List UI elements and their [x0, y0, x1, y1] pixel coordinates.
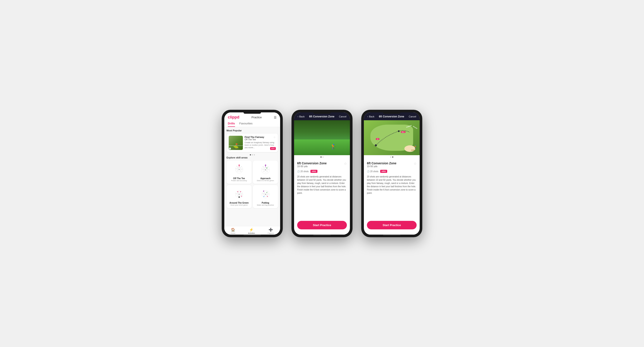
drill-description-2: 20 shots are randomly generated at dista… — [297, 175, 347, 195]
drill-range-3: 10-50 yds — [367, 165, 396, 168]
tab-favourites[interactable]: Favourites — [239, 122, 253, 127]
menu-icon[interactable]: ☰ — [274, 116, 277, 119]
dot-1 — [250, 154, 251, 155]
svg-point-22 — [266, 167, 267, 168]
home-icon: 🏠 — [231, 228, 235, 232]
favourite-icon[interactable]: ☆ — [274, 136, 276, 139]
svg-point-50 — [398, 130, 400, 132]
nav-home-label: Home — [231, 232, 235, 234]
drill-range-2: 10-50 yds — [297, 165, 326, 168]
skill-name-around-green: Around The Green — [230, 202, 249, 204]
photo-fairway — [294, 139, 350, 155]
svg-point-48 — [263, 196, 264, 197]
app-logo: clippd — [228, 115, 239, 120]
header-title: Practice — [252, 116, 262, 119]
skill-desc-putting: Make and lag practice — [257, 204, 274, 206]
svg-line-40 — [266, 191, 268, 194]
drill-badge-2: ARG — [310, 170, 318, 173]
favourite-icon-3[interactable]: ☆ — [414, 162, 416, 166]
featured-drill-card[interactable]: ⛳ Find The Fairway Off The Tee Create an… — [226, 134, 278, 152]
svg-line-28 — [239, 194, 243, 194]
skill-icon-approach — [258, 163, 273, 176]
nav-activities-label: Activities — [248, 232, 255, 234]
nav-capture[interactable]: ➕ Capture — [268, 228, 274, 234]
nav-activities[interactable]: ⚡ Activities — [248, 228, 255, 234]
skill-putting[interactable]: Putting Make and lag practice — [253, 185, 278, 208]
photo-trees — [294, 120, 350, 141]
cancel-button-3[interactable]: Cancel — [409, 115, 416, 118]
cancel-button-2[interactable]: Cancel — [339, 115, 346, 118]
phone-3: ‹ Back 6ft Conversion Zone Cancel SAND F… — [361, 110, 422, 237]
nav-home[interactable]: 🏠 Home — [231, 228, 235, 234]
back-button-3[interactable]: ‹ Back — [367, 115, 374, 118]
shots-info-3: 🕐 20 shots — [367, 170, 378, 173]
back-chevron-icon-3: ‹ — [367, 115, 368, 118]
svg-point-35 — [241, 196, 242, 196]
photo-dots-2 — [294, 155, 350, 159]
drill-photo: 🏌️ — [294, 120, 350, 155]
skill-icon-putting — [258, 187, 273, 200]
skill-name-approach: Approach — [260, 177, 270, 180]
start-practice-button-3[interactable]: Start Practice — [367, 221, 416, 229]
tab-bar: Drills Favourites — [228, 122, 277, 127]
activities-icon: ⚡ — [249, 228, 254, 232]
drill-subtitle: Off The Tee — [244, 138, 276, 141]
explore-label: Explore skill areas — [226, 156, 278, 159]
drill-name-3: 6ft Conversion Zone — [367, 162, 396, 165]
drill-content-3: SAND FAIRWAY ROUGH Hit Miss 🏌️ — [364, 120, 420, 221]
photo-player: 🏌️ — [330, 144, 337, 150]
svg-point-34 — [240, 191, 241, 192]
skill-name-off-tee: Off The Tee — [233, 177, 245, 180]
notch-1 — [244, 112, 261, 114]
photo-dots-3 — [364, 155, 420, 159]
drill-badge: OTT — [270, 147, 276, 150]
home-bar-1 — [244, 235, 261, 235]
svg-point-47 — [267, 196, 268, 196]
svg-point-49 — [375, 144, 377, 146]
skill-grid: Off The Tee Power and accuracy — [226, 161, 278, 208]
drill-description-3: 20 shots are randomly generated at dista… — [367, 175, 416, 195]
drill-content-2: 🏌️ 6ft Conversion Zone 10-50 yds ☆ — [294, 120, 350, 221]
clock-icon-2: 🕐 — [297, 170, 300, 173]
carousel-dots — [226, 153, 278, 156]
photo-dot-2 — [322, 156, 324, 158]
skill-approach[interactable]: Approach Dial-in to hit the green — [253, 161, 278, 184]
photo-dot-3-2 — [392, 156, 393, 158]
drill-info-2: 6ft Conversion Zone 10-50 yds ☆ 🕐 20 sho… — [294, 159, 350, 197]
drill-header-title-3: 6ft Conversion Zone — [379, 115, 404, 118]
drill-name-2: 6ft Conversion Zone — [297, 162, 326, 165]
svg-point-20 — [265, 165, 266, 166]
skill-desc-around-green: Hone your short game — [230, 204, 248, 206]
skill-around-green[interactable]: Around The Green Hone your short game — [226, 185, 252, 208]
skill-name-putting: Putting — [262, 202, 269, 204]
notch-3 — [383, 112, 400, 114]
svg-line-16 — [266, 169, 269, 170]
drill-map: SAND FAIRWAY ROUGH Hit Miss 🏌️ — [364, 120, 420, 155]
home-bar-3 — [383, 235, 400, 235]
most-popular-label: Most Popular — [226, 129, 278, 132]
shots-count: 🕐 10 shots — [229, 148, 239, 150]
dot-3 — [254, 154, 255, 155]
skill-icon-around-green — [232, 187, 247, 200]
drill-badge-3: ARG — [380, 170, 387, 173]
tab-drills[interactable]: Drills — [228, 122, 235, 127]
skill-icon-off-tee — [232, 163, 247, 176]
svg-point-46 — [266, 192, 267, 192]
app-header: clippd Practice ☰ Drills Favourites — [224, 112, 280, 127]
svg-point-9 — [238, 165, 240, 166]
favourite-icon-2[interactable]: ☆ — [344, 162, 347, 166]
skill-off-tee[interactable]: Off The Tee Power and accuracy — [226, 161, 252, 184]
dot-2 — [252, 154, 253, 155]
notch-2 — [313, 112, 331, 114]
svg-line-5 — [239, 169, 243, 169]
back-button-2[interactable]: ‹ Back — [298, 115, 304, 118]
app-content: Most Popular ⛳ Find The Fairway Off The … — [224, 127, 280, 226]
svg-point-33 — [238, 191, 238, 192]
svg-point-32 — [238, 196, 240, 198]
phone-1: clippd Practice ☰ Drills Favourites Most… — [222, 110, 283, 237]
nav-capture-label: Capture — [268, 232, 274, 234]
start-practice-button-2[interactable]: Start Practice — [297, 221, 347, 229]
back-chevron-icon: ‹ — [298, 115, 298, 118]
skill-desc-off-tee: Power and accuracy — [231, 180, 247, 182]
home-bar-2 — [313, 235, 331, 235]
